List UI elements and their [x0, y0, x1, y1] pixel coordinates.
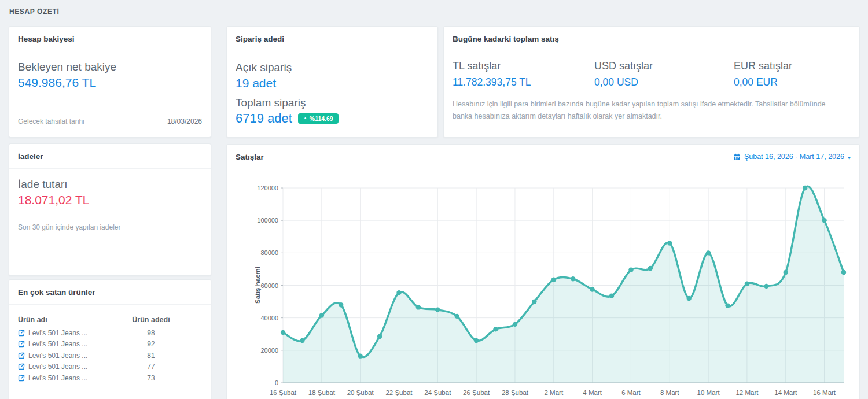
- product-name-link[interactable]: Levi's 501 Jeans ...: [28, 374, 87, 382]
- data-point[interactable]: [300, 338, 304, 343]
- x-tick-label: 16 Şubat: [270, 389, 297, 396]
- total-sales-title: Bugüne kadarki toplam satış: [453, 35, 559, 43]
- sales-chart-card: Satışlar Şubat 16, 2026 - Mart 17, 2026 …: [226, 144, 860, 399]
- x-tick-label: 28 Şubat: [502, 389, 529, 396]
- usd-sales-value: 0,00 USD: [594, 76, 653, 88]
- data-point[interactable]: [841, 270, 846, 275]
- external-link-icon: [18, 363, 25, 370]
- product-count: 92: [125, 340, 177, 348]
- data-point[interactable]: [493, 327, 498, 331]
- data-point[interactable]: [667, 241, 672, 245]
- total-orders-value: 6719 adet: [236, 111, 292, 126]
- data-point[interactable]: [609, 294, 614, 298]
- eur-sales-value: 0,00 EUR: [734, 76, 792, 88]
- data-point[interactable]: [513, 322, 517, 327]
- return-amount-label: İade tutarı: [18, 178, 68, 191]
- table-row[interactable]: Levi's 501 Jeans ... 77: [18, 361, 202, 373]
- data-point[interactable]: [377, 334, 382, 339]
- order-count-title: Sipariş adedi: [236, 35, 284, 43]
- product-count: 77: [125, 363, 177, 371]
- x-tick-label: 18 Şubat: [308, 389, 336, 396]
- data-point[interactable]: [706, 250, 711, 255]
- data-point[interactable]: [551, 277, 556, 282]
- calendar-icon: [733, 153, 741, 161]
- product-name-link[interactable]: Levi's 501 Jeans ...: [28, 352, 87, 360]
- x-tick-label: 26 Şubat: [463, 389, 490, 396]
- y-tick-label: 60000: [260, 282, 278, 289]
- data-point[interactable]: [319, 313, 324, 317]
- external-link-icon: [18, 341, 25, 348]
- return-amount-value: 18.071,02 TL: [18, 193, 89, 207]
- data-point[interactable]: [745, 281, 749, 286]
- product-name-link[interactable]: Levi's 501 Jeans ...: [28, 363, 87, 371]
- growth-badge: ▲ %114.69: [298, 113, 339, 124]
- usd-sales-label: USD satışlar: [594, 60, 653, 72]
- column-header-product-count: Ürün adedi: [125, 316, 177, 324]
- table-row[interactable]: Levi's 501 Jeans ... 73: [18, 372, 202, 384]
- sales-area-chart[interactable]: 020000400006000080000100000120000 16 Şub…: [227, 169, 860, 399]
- y-tick-label: 0: [275, 379, 278, 386]
- x-tick-label: 4 Mart: [583, 389, 602, 396]
- tl-sales-label: TL satışlar: [453, 60, 531, 72]
- account-balance-title: Hesap bakiyesi: [18, 35, 75, 43]
- x-tick-label: 2 Mart: [544, 389, 563, 396]
- top-products-card: En çok satan ürünler Ürün adı Ürün adedi…: [9, 279, 211, 399]
- next-collection-label: Gelecek tahsilat tarihi: [18, 117, 84, 125]
- top-products-title: En çok satan ürünler: [18, 288, 95, 297]
- arrow-up-icon: ▲: [303, 116, 307, 120]
- product-name-link[interactable]: Levi's 501 Jeans ...: [28, 329, 87, 337]
- product-name-link[interactable]: Levi's 501 Jeans ...: [28, 340, 87, 348]
- data-point[interactable]: [358, 353, 362, 358]
- x-tick-label: 10 Mart: [697, 389, 720, 396]
- data-point[interactable]: [435, 307, 440, 312]
- x-tick-label: 16 Mart: [813, 389, 836, 396]
- x-tick-label: 6 Mart: [621, 389, 641, 396]
- data-point[interactable]: [590, 287, 594, 291]
- data-point[interactable]: [686, 296, 691, 301]
- data-point[interactable]: [281, 330, 285, 335]
- data-point[interactable]: [725, 303, 730, 308]
- total-sales-card: Bugüne kadarki toplam satış TL satışlar …: [443, 26, 860, 138]
- product-count: 73: [125, 374, 177, 382]
- page-title: HESAP ÖZETİ: [9, 8, 59, 16]
- data-point[interactable]: [822, 218, 826, 223]
- data-point[interactable]: [474, 338, 479, 343]
- y-tick-label: 40000: [260, 315, 278, 322]
- column-header-product-name: Ürün adı: [18, 316, 125, 324]
- account-balance-card: Hesap bakiyesi Bekleyen net bakiye 549.9…: [9, 26, 211, 138]
- data-point[interactable]: [416, 305, 421, 309]
- data-point[interactable]: [784, 270, 788, 275]
- data-point[interactable]: [339, 302, 343, 307]
- x-tick-label: 22 Şubat: [385, 389, 413, 396]
- table-row[interactable]: Levi's 501 Jeans ... 81: [18, 350, 202, 361]
- y-tick-label: 120000: [257, 184, 278, 191]
- data-point[interactable]: [571, 276, 575, 281]
- data-point[interactable]: [648, 266, 653, 271]
- next-collection-date: 18/03/2026: [167, 117, 202, 125]
- external-link-icon: [18, 375, 25, 382]
- data-point[interactable]: [803, 186, 807, 190]
- x-tick-label: 12 Mart: [735, 389, 759, 396]
- total-sales-description: Hesabınız için ilgili para birimleri baz…: [453, 98, 841, 122]
- open-orders-value: 19 adet: [236, 76, 276, 90]
- chart-x-tick-labels: 16 Şubat18 Şubat20 Şubat22 Şubat24 Şubat…: [270, 389, 836, 396]
- x-tick-label: 20 Şubat: [347, 389, 374, 396]
- eur-sales-label: EUR satışlar: [734, 60, 792, 72]
- data-point[interactable]: [396, 290, 401, 295]
- order-count-card: Sipariş adedi Açık sipariş 19 adet Topla…: [226, 26, 438, 138]
- product-count: 81: [125, 352, 177, 360]
- data-point[interactable]: [628, 268, 633, 272]
- date-range-picker[interactable]: Şubat 16, 2026 - Mart 17, 2026 ▾: [733, 153, 851, 161]
- top-products-table: Ürün adı Ürün adedi Levi's 501 Jeans ...…: [18, 313, 202, 384]
- pending-balance-value: 549.986,76 TL: [18, 76, 96, 90]
- caret-down-icon: ▾: [848, 154, 851, 161]
- data-point[interactable]: [455, 314, 459, 319]
- data-point[interactable]: [532, 299, 536, 304]
- table-row[interactable]: Levi's 501 Jeans ... 98: [18, 327, 202, 339]
- chart-y-axis-title: Satış hacmi: [254, 267, 261, 304]
- data-point[interactable]: [764, 284, 768, 289]
- returns-title: İadeler: [18, 152, 43, 161]
- total-orders-label: Toplam sipariş: [236, 97, 306, 109]
- external-link-icon: [18, 352, 25, 359]
- table-row[interactable]: Levi's 501 Jeans ... 92: [18, 339, 202, 350]
